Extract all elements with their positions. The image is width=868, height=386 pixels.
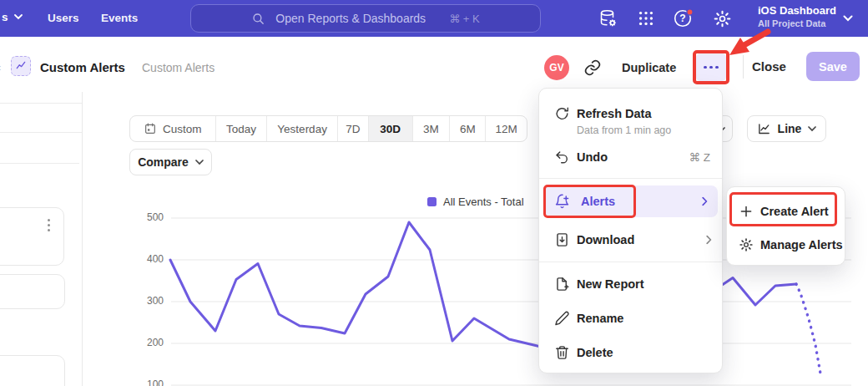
- range-12m[interactable]: 12M: [486, 116, 527, 141]
- range-today[interactable]: Today: [216, 116, 268, 141]
- new-report-icon: [554, 277, 570, 292]
- more-options-menu: Refresh Data Data from 1 min ago Undo ⌘ …: [538, 88, 723, 373]
- svg-text:?: ?: [679, 13, 685, 24]
- close-button[interactable]: Close: [752, 59, 786, 74]
- range-6m[interactable]: 6M: [450, 116, 486, 141]
- menu-shortcut: ⌘ Z: [689, 150, 711, 164]
- chevron-down-icon: [14, 14, 23, 20]
- duplicate-button[interactable]: Duplicate: [622, 61, 676, 74]
- calendar-icon: [144, 122, 157, 135]
- range-custom[interactable]: Custom: [130, 116, 216, 141]
- menu-item-download[interactable]: Download: [539, 224, 722, 256]
- menu-item-delete[interactable]: Delete: [539, 337, 722, 368]
- chart-type-button[interactable]: Line: [747, 115, 826, 142]
- sidebar-card[interactable]: [0, 207, 64, 266]
- sidebar-card[interactable]: [0, 355, 65, 386]
- range-yesterday[interactable]: Yesterday: [267, 116, 338, 141]
- y-tick-label: 300: [147, 295, 164, 307]
- help-icon[interactable]: ?: [673, 8, 694, 29]
- plus-icon: [739, 204, 754, 219]
- search-shortcut: ⌘ + K: [449, 13, 480, 25]
- undo-icon: [554, 150, 570, 165]
- top-navbar: s Users Events Open Reports & Dashboards…: [0, 0, 868, 37]
- nav-item-fragment[interactable]: s: [2, 11, 23, 23]
- copy-link-icon[interactable]: [583, 58, 602, 77]
- chevron-right-icon: [702, 197, 708, 206]
- y-tick-label: 400: [147, 253, 164, 265]
- trash-icon: [554, 345, 570, 361]
- app-root: 100200300400500 All Events - Total ‹ Cus…: [0, 0, 868, 386]
- search-placeholder: Open Reports & Dashboards: [275, 12, 426, 25]
- save-button[interactable]: Save: [806, 52, 860, 81]
- sidebar-row-divider: [0, 132, 82, 133]
- line-chart-icon: [757, 122, 771, 136]
- range-3m[interactable]: 3M: [413, 116, 451, 141]
- kebab-menu-icon[interactable]: [48, 219, 50, 231]
- sidebar-row-divider: [0, 163, 79, 164]
- refresh-icon: [554, 106, 570, 122]
- project-switcher[interactable]: iOS Dashboard All Project Data: [758, 3, 836, 30]
- alerts-submenu: Create Alert Manage Alerts: [726, 186, 845, 266]
- range-7d[interactable]: 7D: [338, 116, 369, 141]
- y-tick-label: 500: [147, 211, 164, 223]
- menu-item-alerts[interactable]: Alerts: [543, 185, 718, 217]
- compare-button[interactable]: Compare: [129, 149, 212, 175]
- date-range-selector: Custom Today Yesterday 7D 30D 3M 6M 12M: [129, 115, 527, 142]
- legend-swatch: [427, 197, 437, 206]
- project-scope: All Project Data: [758, 18, 836, 30]
- menu-item-undo[interactable]: Undo ⌘ Z: [539, 142, 722, 172]
- chevron-down-icon: [195, 160, 204, 165]
- chevron-down-icon[interactable]: [843, 15, 853, 22]
- menu-divider: [539, 178, 722, 179]
- menu-item-subtitle: Data from 1 min ago: [577, 124, 671, 136]
- breadcrumb: Custom Alerts: [142, 61, 214, 74]
- search-icon: [251, 12, 265, 26]
- nav-item-events[interactable]: Events: [101, 12, 138, 24]
- settings-icon[interactable]: [711, 8, 733, 29]
- legend-label: All Events - Total: [443, 196, 524, 208]
- menu-item-refresh-data[interactable]: Refresh Data Data from 1 min ago: [539, 97, 722, 137]
- menu-divider: [539, 262, 722, 262]
- y-tick-label: 200: [147, 337, 164, 348]
- range-30d-selected[interactable]: 30D: [369, 116, 413, 141]
- sidebar-card[interactable]: [0, 274, 65, 309]
- report-type-icon: [11, 56, 31, 76]
- sidebar-row-divider: [0, 103, 82, 104]
- chevron-right-icon: [706, 236, 712, 245]
- range-label: Custom: [163, 123, 202, 135]
- page-title: Custom Alerts: [40, 60, 125, 74]
- collapsed-panel-fragment: ‹: [0, 61, 1, 74]
- data-management-icon[interactable]: [597, 8, 618, 29]
- download-icon: [554, 232, 570, 248]
- search-input[interactable]: Open Reports & Dashboards ⌘ + K: [190, 4, 541, 33]
- avatar[interactable]: GV: [544, 55, 569, 80]
- nav-item-users[interactable]: Users: [48, 12, 79, 24]
- chart-legend: All Events - Total: [427, 196, 524, 208]
- submenu-item-manage-alerts[interactable]: Manage Alerts: [727, 229, 845, 260]
- menu-item-new-report[interactable]: New Report: [539, 268, 722, 300]
- sidebar-divider: [82, 92, 83, 386]
- menu-item-label: Refresh Data: [577, 107, 651, 120]
- gear-icon: [739, 237, 754, 252]
- bell-plus-icon: [554, 194, 570, 210]
- y-tick-label: 100: [147, 378, 164, 386]
- more-options-button[interactable]: [696, 53, 726, 81]
- header-divider: [743, 55, 744, 79]
- submenu-item-create-alert[interactable]: Create Alert: [727, 196, 845, 226]
- pencil-icon: [554, 311, 570, 327]
- apps-grid-icon[interactable]: [635, 8, 657, 29]
- menu-item-rename[interactable]: Rename: [539, 302, 722, 334]
- chevron-down-icon: [808, 126, 816, 132]
- project-name: iOS Dashboard: [758, 3, 836, 18]
